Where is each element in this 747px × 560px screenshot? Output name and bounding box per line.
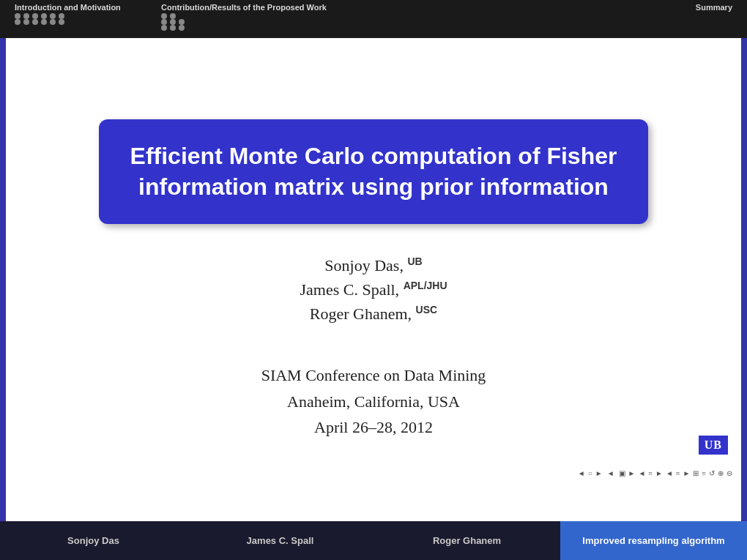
- nav-refresh-icon[interactable]: ↺: [709, 469, 715, 477]
- nav-section-intro[interactable]: Introduction and Motivation: [7, 3, 154, 25]
- nav-sep2: ►: [628, 469, 636, 477]
- author1-affil: UB: [407, 255, 422, 267]
- nav-dot[interactable]: [161, 25, 167, 31]
- nav-intro-title: Introduction and Motivation: [15, 3, 146, 12]
- author3-name: Roger Ghanem,: [310, 305, 412, 323]
- nav-contrib-dots-row1: [161, 13, 220, 19]
- ub-logo-box: UB: [698, 435, 729, 455]
- conference-section: SIAM Conference on Data Mining Anaheim, …: [261, 362, 486, 440]
- nav-eq-prev-icon[interactable]: ◄: [638, 469, 645, 477]
- nav-dot[interactable]: [59, 19, 64, 25]
- nav-contrib-dots-row3: [161, 25, 220, 31]
- nav-dot[interactable]: [23, 19, 29, 25]
- nav-dot[interactable]: [32, 13, 38, 19]
- nav-dot[interactable]: [15, 19, 21, 25]
- nav-dot[interactable]: [170, 25, 176, 31]
- author3-line: Roger Ghanem, USC: [300, 302, 447, 326]
- author1-line: Sonjoy Das, UB: [300, 253, 447, 277]
- nav-prev-icon[interactable]: ◄: [578, 469, 585, 477]
- nav-zoom-out-icon[interactable]: ⊖: [726, 469, 732, 477]
- nav-contrib-dots-row2: [161, 19, 220, 25]
- slide-container: Efficient Monte Carlo computation of Fis…: [0, 38, 747, 521]
- nav-dot[interactable]: [179, 25, 185, 31]
- nav-sep1: ◄: [607, 469, 614, 477]
- nav-dot[interactable]: [59, 13, 64, 19]
- title-box: Efficient Monte Carlo computation of Fis…: [99, 119, 648, 224]
- nav-section-contribution[interactable]: Contribution/Results of the Proposed Wor…: [154, 3, 505, 31]
- nav-summary-title: Summary: [696, 3, 732, 12]
- slide-nav-controls[interactable]: ◄ ○ ► ◄ ▣ ► ◄ ≡ ► ◄ ≡ ► ⊞ ≡ ↺ ⊕ ⊖: [578, 469, 732, 477]
- ub-logo: UB: [698, 435, 729, 455]
- nav-dot[interactable]: [161, 13, 167, 19]
- nav-dot[interactable]: [50, 13, 56, 19]
- nav-eq2-prev-icon[interactable]: ◄: [666, 469, 673, 477]
- nav-dot[interactable]: [41, 19, 47, 25]
- nav-grid-icon[interactable]: ▣: [619, 469, 625, 477]
- top-navigation: Introduction and Motivation Contribution…: [0, 0, 747, 38]
- right-decorative-stripe: [741, 38, 747, 521]
- author2-affil: APL/JHU: [404, 280, 447, 291]
- nav-zoom-in-icon[interactable]: ⊕: [718, 469, 724, 477]
- author2-name: James C. Spall,: [300, 280, 399, 299]
- nav-dot[interactable]: [161, 19, 167, 25]
- ub-logo-text: UB: [705, 438, 722, 451]
- bottom-item-2: James C. Spall: [187, 535, 374, 546]
- nav-list-icon[interactable]: ≡: [702, 469, 706, 477]
- bottom-item-3: Roger Ghanem: [374, 535, 560, 546]
- nav-dot[interactable]: [179, 19, 185, 25]
- nav-dot[interactable]: [50, 19, 56, 25]
- nav-dot[interactable]: [15, 13, 21, 19]
- nav-eq2-icon[interactable]: ≡: [676, 469, 680, 477]
- slide-content: Efficient Monte Carlo computation of Fis…: [51, 105, 696, 455]
- nav-intro-dots-row2: [15, 19, 73, 25]
- left-decorative-stripe: [0, 38, 6, 521]
- bottom-item-4: Improved resampling algorithm: [560, 521, 747, 560]
- nav-layout-icon[interactable]: ⊞: [693, 469, 699, 477]
- nav-contrib-title: Contribution/Results of the Proposed Wor…: [161, 3, 498, 12]
- bottom-item-1: Sonjoy Das: [0, 535, 187, 546]
- nav-section-summary[interactable]: Summary: [505, 3, 740, 13]
- nav-next-icon[interactable]: ►: [595, 469, 603, 477]
- slide-title: Efficient Monte Carlo computation of Fis…: [128, 141, 619, 202]
- nav-eq2-next-icon[interactable]: ►: [683, 469, 690, 477]
- nav-circle-icon[interactable]: ○: [588, 469, 592, 477]
- authors-section: Sonjoy Das, UB James C. Spall, APL/JHU R…: [300, 253, 447, 326]
- author1-name: Sonjoy Das,: [324, 256, 404, 275]
- author2-line: James C. Spall, APL/JHU: [300, 277, 447, 302]
- bottom-bar: Sonjoy Das James C. Spall Roger Ghanem I…: [0, 521, 747, 560]
- conference-line3: April 26–28, 2012: [261, 414, 486, 440]
- nav-dot[interactable]: [41, 13, 47, 19]
- author3-affil: USC: [416, 304, 438, 316]
- nav-intro-dots-row1: [15, 13, 73, 19]
- nav-dot[interactable]: [32, 19, 38, 25]
- nav-dot[interactable]: [170, 19, 176, 25]
- nav-dot[interactable]: [23, 13, 29, 19]
- nav-eq-icon[interactable]: ≡: [648, 469, 653, 477]
- nav-eq-next-icon[interactable]: ►: [655, 469, 663, 477]
- nav-dot[interactable]: [170, 13, 176, 19]
- conference-line1: SIAM Conference on Data Mining: [261, 362, 486, 388]
- conference-line2: Anaheim, California, USA: [261, 389, 486, 414]
